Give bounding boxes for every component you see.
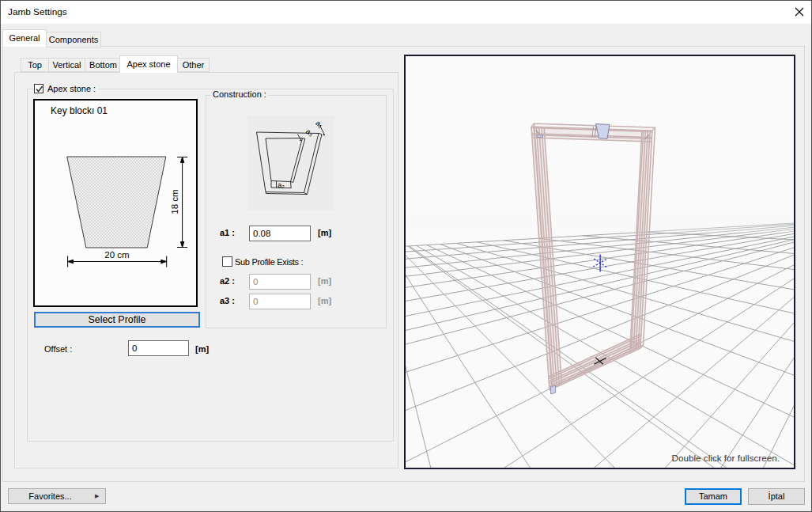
svg-text:18 cm: 18 cm [170, 189, 179, 214]
svg-text:a₂: a₂ [278, 180, 285, 189]
svg-text:20 cm: 20 cm [104, 250, 129, 260]
